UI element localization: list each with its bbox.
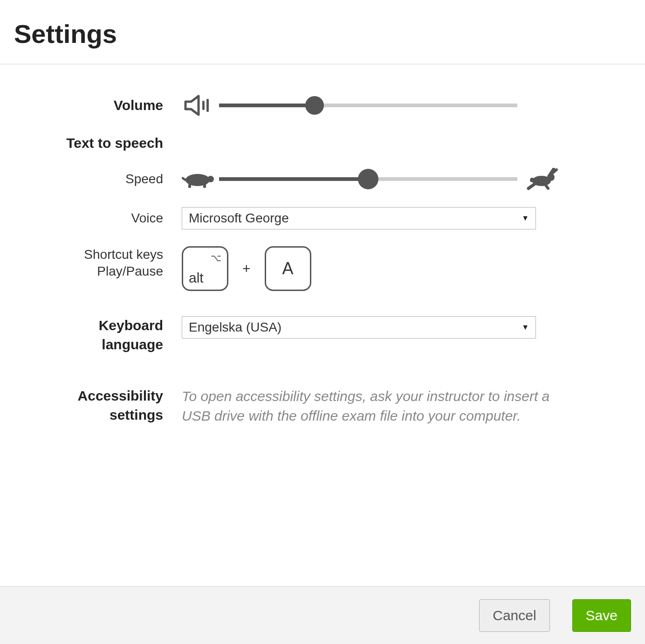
keyboard-language-row: Keyboard language Engelska (USA) ▼ [37,316,608,354]
page-title: Settings [14,19,631,49]
volume-slider-thumb[interactable] [305,96,324,115]
settings-content: Volume Text to speech Speed [0,64,645,471]
volume-icon [182,92,215,118]
keyboard-language-label: Keyboard language [37,316,182,354]
volume-slider-fill [219,104,315,107]
keyboard-label-line1: Keyboard [37,316,163,335]
keycap-a: A [265,246,311,291]
keyboard-language-value: Engelska (USA) [189,320,281,335]
speed-slider-fill [219,177,368,181]
tts-heading-row: Text to speech [37,135,608,151]
volume-row: Volume [37,92,608,118]
speed-control [182,168,608,190]
footer: Cancel Save [0,586,645,644]
voice-label: Voice [37,211,182,226]
option-key-icon: ⌥ [211,252,221,263]
voice-select[interactable]: Microsoft George ▼ [182,207,536,229]
volume-label: Volume [37,97,182,113]
keycap-a-label: A [282,259,294,278]
rabbit-icon [525,168,558,190]
speed-row: Speed [37,168,608,190]
chevron-down-icon: ▼ [521,323,529,332]
shortcut-label-line1: Shortcut keys [37,246,163,263]
svg-point-8 [530,178,535,182]
voice-select-value: Microsoft George [189,211,289,226]
header: Settings [0,0,645,64]
keyboard-label-line2: language [37,335,163,354]
voice-row: Voice Microsoft George ▼ [37,207,608,229]
accessibility-label-line2: settings [37,406,163,425]
shortcut-row: Shortcut keys Play/Pause ⌥ alt + A [37,246,608,291]
tts-heading: Text to speech [37,135,182,151]
keycap-alt: ⌥ alt [182,246,228,291]
speed-label: Speed [37,172,182,187]
accessibility-row: Accessibility settings To open accessibi… [37,387,608,426]
volume-control [182,92,608,118]
svg-rect-0 [202,101,205,110]
volume-slider[interactable] [219,96,517,115]
accessibility-label-line1: Accessibility [37,387,163,406]
shortcut-label: Shortcut keys Play/Pause [37,246,182,280]
shortcut-label-line2: Play/Pause [37,263,163,280]
cancel-button[interactable]: Cancel [479,599,549,632]
turtle-icon [182,170,215,188]
save-button[interactable]: Save [572,599,631,632]
speed-slider[interactable] [219,169,517,189]
svg-rect-1 [206,99,209,112]
accessibility-info: To open accessibility settings, ask your… [182,387,564,426]
svg-rect-5 [203,184,206,188]
shortcut-plus: + [242,261,251,277]
keyboard-language-select[interactable]: Engelska (USA) ▼ [182,316,536,339]
keycap-alt-label: alt [189,270,204,286]
svg-point-3 [207,176,214,182]
speed-slider-thumb[interactable] [358,169,378,189]
svg-rect-4 [188,184,191,188]
chevron-down-icon: ▼ [521,214,529,222]
accessibility-label: Accessibility settings [37,387,182,424]
